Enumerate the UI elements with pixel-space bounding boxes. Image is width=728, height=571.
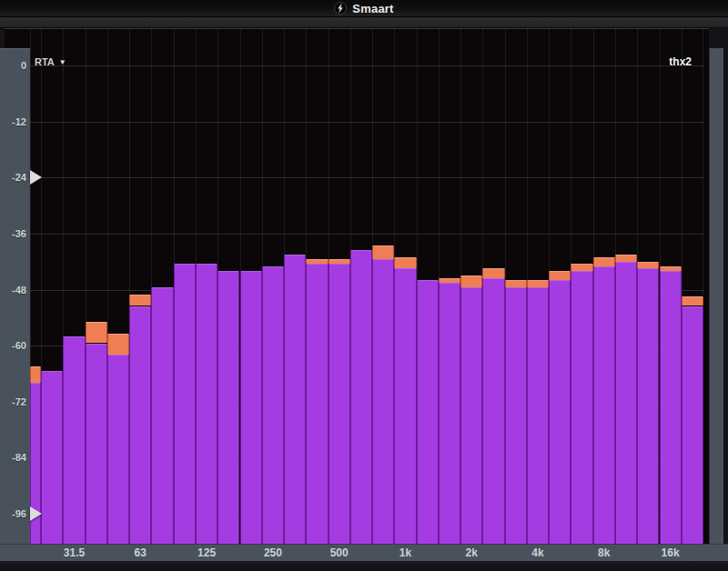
right-scrollbar[interactable]	[709, 48, 723, 544]
frequency-tick-label: 16k	[643, 546, 698, 560]
title-bar: Smaart	[0, 0, 728, 17]
measurement-mode-selector[interactable]: RTA ▼	[35, 56, 66, 67]
mode-label: RTA	[35, 56, 55, 67]
db-tick-label: -84	[0, 451, 26, 464]
frequency-tick-label: 500	[312, 546, 367, 560]
frequency-tick-label: 4k	[511, 546, 565, 560]
db-tick-label: -48	[0, 284, 26, 296]
db-tick-label: -36	[0, 227, 26, 240]
bottom-frame	[0, 561, 728, 571]
db-tick-label: 0	[0, 59, 26, 72]
toolbar-band	[0, 17, 728, 28]
chevron-down-icon: ▼	[59, 58, 66, 66]
smaart-logo-icon	[334, 2, 347, 15]
level-marker-icon[interactable]	[30, 506, 42, 521]
frequency-tick-label: 31.5	[47, 546, 102, 560]
db-tick-label: -96	[0, 507, 26, 520]
frequency-tick-label: 8k	[577, 546, 632, 560]
db-tick-label: -12	[0, 115, 26, 128]
window-title: Smaart	[352, 2, 393, 15]
db-tick-label: -72	[0, 396, 26, 408]
frequency-tick-label: 2k	[444, 546, 499, 560]
frequency-tick-label: 1k	[379, 546, 433, 560]
frequency-tick-label: 250	[246, 546, 300, 560]
marker-layer	[30, 28, 703, 544]
trace-name-label[interactable]: thx2	[669, 55, 692, 68]
frequency-tick-label: 63	[113, 546, 167, 560]
smaart-window: Smaart 0-12-24-36-48-60-72-84-96 31.5631…	[0, 0, 728, 571]
db-tick-label: -60	[0, 339, 26, 352]
frequency-tick-label: 125	[179, 546, 234, 560]
level-marker-icon[interactable]	[30, 170, 42, 185]
db-tick-label: -24	[0, 171, 26, 184]
